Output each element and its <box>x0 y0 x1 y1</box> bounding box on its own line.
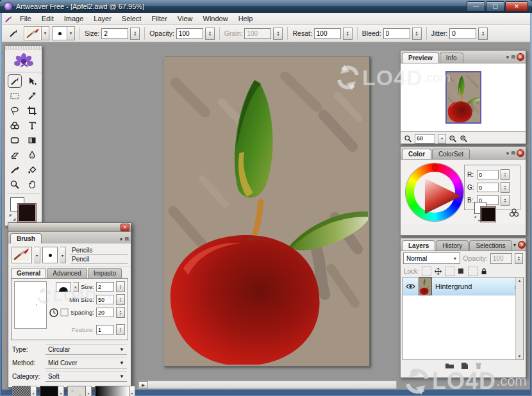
current-color-swatch[interactable] <box>40 386 58 396</box>
method-select[interactable]: Mid Cover▼ <box>46 358 127 368</box>
new-group-folder-icon[interactable] <box>445 362 454 369</box>
tool-eyedropper[interactable] <box>6 162 24 177</box>
scroll-up-icon[interactable]: ▲ <box>518 279 522 283</box>
tool-rect-select[interactable] <box>6 88 24 103</box>
brush-tool-button[interactable] <box>6 26 21 40</box>
tab-brush[interactable]: Brush <box>10 233 42 243</box>
spacing-spinner[interactable]: ▲▼ <box>116 307 125 318</box>
colorset-icon[interactable] <box>509 208 519 217</box>
lock-position-icon[interactable] <box>434 267 442 276</box>
blend-mode-select[interactable]: Normal▼ <box>403 252 460 264</box>
tool-lasso[interactable] <box>6 103 24 118</box>
panel-menu-icon[interactable]: ▤ <box>124 236 129 242</box>
panel-close-icon[interactable]: ✕ <box>517 53 524 61</box>
brush-tip-dropdown-icon[interactable]: ▾ <box>73 282 79 292</box>
menu-window[interactable]: Window <box>199 13 233 24</box>
menu-view[interactable]: View <box>173 13 197 24</box>
minimize-button[interactable]: — <box>467 1 485 12</box>
menu-filter[interactable]: Filter <box>147 13 171 24</box>
tab-layers[interactable]: Layers <box>402 240 435 251</box>
green-spinner[interactable]: ▲▼ <box>501 182 510 193</box>
brush-dialog-titlebar[interactable]: ✕ <box>8 223 131 232</box>
gradient-picker[interactable]: ▾ <box>95 386 135 396</box>
jitter-spinner[interactable]: ▲▼ <box>478 28 488 40</box>
tab-history[interactable]: History <box>436 240 469 251</box>
tool-fill[interactable] <box>24 162 42 177</box>
scroll-down-icon[interactable]: ▼ <box>518 354 522 358</box>
opacity-input[interactable] <box>176 28 203 39</box>
gradient-swatch[interactable] <box>95 386 129 396</box>
horizontal-scrollbar[interactable]: ▶ <box>138 381 397 389</box>
menu-layer[interactable]: Layer <box>89 13 116 24</box>
tab-impasto[interactable]: Impasto <box>88 268 122 278</box>
lock-all-toggle[interactable] <box>468 267 478 276</box>
tab-colorset[interactable]: ColorSet <box>432 149 470 159</box>
tool-clone[interactable] <box>6 118 24 133</box>
tab-color[interactable]: Color <box>402 149 431 159</box>
new-layer-icon[interactable] <box>461 362 469 370</box>
panel-chevron-icon[interactable]: ▼ <box>505 55 510 60</box>
layer-visibility-eye-icon[interactable] <box>406 283 415 290</box>
tool-shape[interactable] <box>6 133 24 147</box>
menu-image[interactable]: Image <box>60 13 88 24</box>
tool-zoom[interactable] <box>6 177 24 192</box>
layer-thumbnail[interactable] <box>419 277 432 295</box>
bleed-input[interactable] <box>383 28 410 39</box>
brush-category-dropdown-icon[interactable]: ▾ <box>34 247 40 263</box>
color-swatch-picker[interactable]: ▾ <box>40 386 64 396</box>
tool-gradient[interactable] <box>24 133 42 147</box>
zoom-out-icon[interactable] <box>449 135 457 143</box>
hue-wheel[interactable] <box>406 163 463 221</box>
zoom-in-icon[interactable] <box>460 135 468 143</box>
layer-name[interactable]: Hintergrund <box>435 283 511 290</box>
tool-brush[interactable] <box>6 74 24 88</box>
type-select[interactable]: Circular▼ <box>46 344 127 355</box>
close-button[interactable]: ✕ <box>505 1 528 12</box>
green-input[interactable] <box>477 183 499 192</box>
preview-zoom-dropdown-icon[interactable]: ▾ <box>438 134 446 144</box>
tool-move[interactable] <box>24 74 42 88</box>
foreground-color-swatch[interactable] <box>18 204 36 222</box>
lock-fill-icon[interactable] <box>457 267 465 276</box>
preview-zoom-input[interactable] <box>415 134 435 144</box>
padlock-icon[interactable] <box>480 267 488 276</box>
hue-marker[interactable] <box>432 165 438 170</box>
paper-texture-picker[interactable]: ▾ <box>12 386 37 396</box>
brush-variant-button[interactable] <box>42 247 58 263</box>
panel-close-icon[interactable]: ✕ <box>518 241 526 249</box>
brush-tip-shape-button[interactable] <box>56 282 71 292</box>
panel-chevron-icon[interactable]: ▼ <box>513 243 517 247</box>
panel-close-icon[interactable]: ✕ <box>517 149 524 157</box>
size-spinner[interactable]: ▲▼ <box>130 28 140 40</box>
brush-tip-dropdown-icon[interactable]: ▾ <box>67 26 75 40</box>
tool-crop[interactable] <box>24 103 42 118</box>
foreground-color-swatch[interactable] <box>481 207 495 222</box>
preview-thumbnail[interactable] <box>445 71 481 124</box>
layer-list-scrollbar[interactable]: ▲▼ <box>515 277 523 359</box>
jitter-input[interactable] <box>449 28 476 39</box>
brush-category-image[interactable] <box>12 247 32 263</box>
tool-eraser[interactable] <box>6 147 24 162</box>
brush-tip-picker[interactable]: ▾ <box>52 26 75 40</box>
tab-advanced[interactable]: Advanced <box>47 268 87 278</box>
brush-preset-dropdown-icon[interactable]: ▾ <box>42 26 49 40</box>
title-bar[interactable]: Artweaver Free - [Apfel2.awd @ 67.95%] —… <box>0 0 532 13</box>
brush-size-input[interactable] <box>96 282 114 292</box>
tab-selections[interactable]: Selections <box>469 240 511 251</box>
scroll-right-icon[interactable]: ▶ <box>138 381 148 388</box>
resat-input[interactable] <box>314 28 341 39</box>
red-spinner[interactable]: ▲▼ <box>501 169 510 180</box>
layer-row-hintergrund[interactable]: Hintergrund <box>403 277 523 295</box>
spacing-input[interactable] <box>96 308 114 317</box>
brush-preset-picker[interactable]: ▾ <box>24 26 49 40</box>
resat-spinner[interactable]: ▲▼ <box>343 28 353 40</box>
lock-transparency-toggle[interactable] <box>422 267 431 276</box>
paper-texture-swatch[interactable] <box>12 386 31 396</box>
maximize-button[interactable]: ▢ <box>486 1 504 12</box>
saturation-triangle[interactable] <box>420 175 462 217</box>
panel-chevron-icon[interactable]: ▼ <box>505 151 510 156</box>
brush-size-spinner[interactable]: ▲▼ <box>116 281 125 292</box>
dropdown-icon[interactable]: ▾ <box>58 386 64 396</box>
tool-smudge[interactable] <box>24 147 42 162</box>
min-size-input[interactable] <box>96 295 114 304</box>
